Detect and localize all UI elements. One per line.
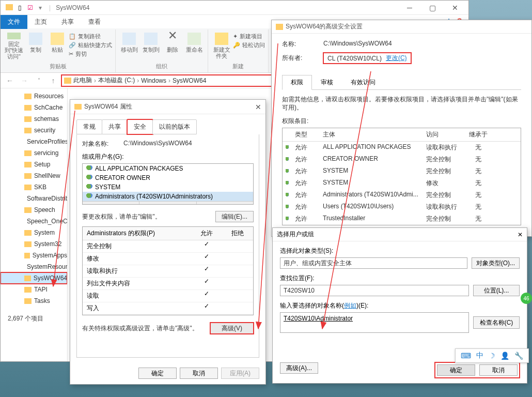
locations-button[interactable]: 位置(L)... [473,285,520,296]
change-owner-link[interactable]: 更改(C) [386,54,407,63]
table-row[interactable]: 允许ALL APPLICATION PACKAGES读取和执行无 [283,142,521,154]
tray-item[interactable]: 中 [476,351,483,360]
list-item[interactable]: CREATOR OWNER [83,173,253,182]
tree-item[interactable]: Tasks [1,295,67,307]
breadcrumb-segment[interactable]: 此电脑 [73,76,92,85]
breadcrumb-segment[interactable]: 本地磁盘 (C:) [98,76,135,85]
breadcrumb-segment[interactable]: Windows [141,77,166,84]
nav-forward-button[interactable]: → [18,74,30,87]
qat-item[interactable]: ▯ [16,4,23,11]
qat-checkbox-icon[interactable]: ☑ [26,4,34,11]
tray-item[interactable]: 👤 [500,352,509,360]
maximize-button[interactable]: ▢ [421,1,444,14]
tree-item[interactable]: SoftwareDistribution [1,193,67,204]
groups-listbox[interactable]: ALL APPLICATION PACKAGESCREATOR OWNERSYS… [82,163,254,205]
close-icon[interactable]: ✕ [255,103,261,111]
table-row[interactable]: 允许Administrators (T420SW10\Admi...完全控制无 [283,189,521,201]
cancel-button[interactable]: 取消 [180,368,218,379]
tab[interactable]: 共享 [102,119,128,134]
file-tab[interactable]: 文件 [1,15,27,29]
tab[interactable]: 审核 [312,75,342,89]
tree-item[interactable]: Resources [1,90,67,102]
tree-item[interactable]: servicing [1,147,67,159]
nav-recent-button[interactable]: ˅ [33,74,45,87]
qat-dropdown-icon[interactable]: ▾ [37,4,44,11]
advanced-button[interactable]: 高级(V) [210,323,254,334]
rename-button[interactable]: 重命名 [184,30,205,59]
object-types-button[interactable]: 对象类型(O)... [472,257,520,269]
edit-button[interactable]: 编辑(E)... [215,211,254,222]
tree-item[interactable]: System [1,227,67,238]
table-row[interactable]: 允许SYSTEM修改无 [283,177,521,189]
nav-back-button[interactable]: ← [4,74,16,87]
green-badge[interactable]: 46 [521,293,532,304]
ok-button[interactable]: 确定 [138,368,177,379]
tab-share[interactable]: 共享 [54,15,81,29]
tree-item[interactable]: ShellNew [1,170,67,181]
table-row[interactable]: 允许TrustedInstaller完全控制无 [283,213,521,225]
tree-item[interactable]: SystemApps [1,250,67,261]
tree-item[interactable]: Speech_OneCore [1,216,67,227]
close-icon[interactable]: ✕ [518,231,523,238]
tree-item[interactable]: SysWOW64 [1,272,67,284]
tab-home[interactable]: 主页 [27,15,54,29]
list-item[interactable]: ALL APPLICATION PACKAGES [83,164,253,173]
col-inherit[interactable]: 继承于 [464,128,492,141]
tree-item[interactable]: schemas [1,113,67,125]
advanced-button[interactable]: 高级(A)... [280,362,318,374]
tree-item[interactable]: SystemResources [1,261,67,272]
tab[interactable]: 权限 [282,75,312,90]
tab[interactable]: 安全 [127,119,153,134]
tree-item[interactable]: SKB [1,181,67,193]
table-row[interactable]: 允许SYSTEM完全控制无 [283,165,521,177]
tree-item[interactable]: Speech [1,204,67,216]
check-names-button[interactable]: 检查名称(C) [473,316,520,329]
object-name-input[interactable]: T420SW10\Administrator [280,312,469,333]
moveto-button[interactable]: 移动到 [119,30,139,59]
tab-view[interactable]: 查看 [81,15,108,29]
col-principal[interactable]: 主体 [320,128,423,141]
col-access[interactable]: 访问 [423,128,464,141]
tray-item[interactable]: ☽ [489,352,495,360]
pin-quick-access-button[interactable]: 固定到"快速访问" [4,30,24,59]
easyaccess-button[interactable]: 🔑轻松访问 [233,41,265,49]
tab[interactable]: 常规 [76,119,102,134]
breadcrumb-segment[interactable]: SysWOW64 [173,77,206,84]
newitem-button[interactable]: ✦新建项目 [233,33,265,40]
list-item[interactable]: SYSTEM [83,182,253,192]
tray-item[interactable]: ⌨ [461,352,471,360]
object-type-field: 用户、组或内置安全主体 [280,257,467,269]
folder-icon [24,253,30,258]
col-type[interactable]: 类型 [292,128,320,141]
tree-item[interactable]: SchCache [1,102,67,113]
tree-item-label: SystemResources [27,263,68,270]
apply-button[interactable]: 应用(A) [221,368,259,379]
example-link[interactable]: 例如 [344,302,356,309]
tree-item[interactable]: Setup [1,159,67,170]
list-item[interactable]: Administrators (T420SW10\Administrators) [83,192,253,201]
system-tray-widget[interactable]: ⌨中☽👤🔧 [455,348,529,363]
tab[interactable]: 以前的版本 [152,119,197,134]
paste-shortcut-button[interactable]: 🔗粘贴快捷方式 [69,41,112,49]
copy-path-button[interactable]: 📋复制路径 [69,33,112,40]
copyto-button[interactable]: 复制到 [140,30,161,59]
paste-button[interactable]: 粘贴 [47,30,68,59]
table-row[interactable]: 允许CREATOR OWNER完全控制无 [283,154,521,165]
scrollbar[interactable]: ◂▸ [83,201,253,205]
nav-up-button[interactable]: ↑ [47,74,59,87]
tab[interactable]: 有效访问 [342,75,384,89]
ok-button[interactable]: 确定 [437,364,475,376]
tree-item[interactable]: security [1,125,67,136]
tree-item[interactable]: System32 [1,238,67,250]
cut-button[interactable]: ✂剪切 [69,50,112,58]
delete-button[interactable]: ✕删除 [162,30,183,59]
copy-button[interactable]: 复制 [25,30,46,59]
tray-item[interactable]: 🔧 [514,352,523,360]
close-button[interactable]: ✕ [444,1,466,14]
tree-item[interactable]: TAPI [1,284,67,295]
newfolder-button[interactable]: 新建文件夹 [211,30,232,59]
minimize-button[interactable]: ─ [398,1,421,14]
tree-item[interactable]: ServiceProfiles [1,136,67,147]
cancel-button[interactable]: 取消 [479,364,518,376]
table-row[interactable]: 允许Users (T420SW10\Users)读取和执行无 [283,201,521,213]
